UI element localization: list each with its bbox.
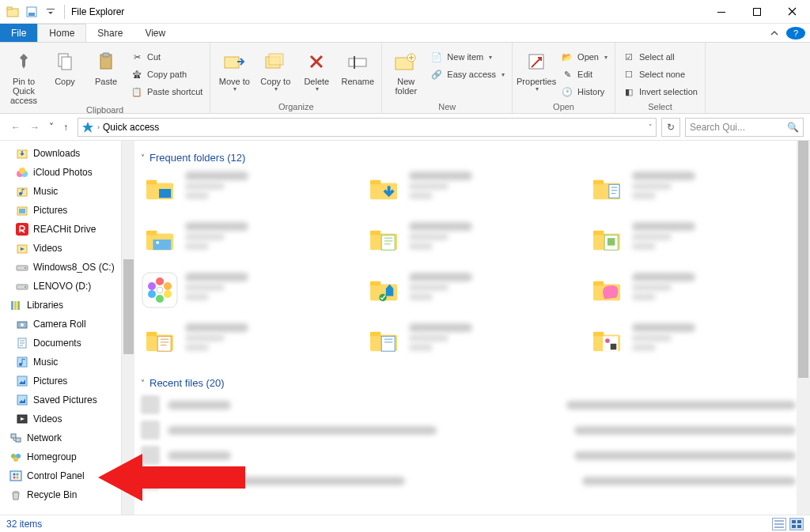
sidebar-item-videos[interactable]: Videos [6, 239, 134, 258]
easy-access-button[interactable]: 🔗Easy access [428, 66, 507, 82]
recent-file-row[interactable] [141, 446, 796, 465]
reachit-icon [16, 223, 28, 236]
frequent-folder-tile[interactable] [588, 221, 796, 265]
sidebar-item-music[interactable]: Music [6, 353, 134, 372]
tab-view[interactable]: View [134, 24, 176, 42]
search-input[interactable]: Search Qui... 🔍 [685, 118, 804, 137]
recent-files-header[interactable]: ˅ Recent files (20) [141, 377, 796, 389]
paste-button[interactable]: Paste [87, 47, 125, 86]
frequent-folder-tile[interactable] [141, 170, 349, 214]
invert-selection-button[interactable]: ◧Invert selection [620, 84, 700, 100]
sidebar-item-control-panel[interactable]: Control Panel [6, 466, 134, 485]
sidebar-item-music[interactable]: Music [6, 182, 134, 201]
sidebar-item-homegroup[interactable]: Homegroup [6, 447, 134, 466]
sidebar-item-network[interactable]: Network [6, 428, 134, 447]
nav-up-button[interactable]: ↑ [63, 122, 68, 133]
svg-point-22 [19, 168, 25, 174]
frequent-folder-tile[interactable] [588, 322, 796, 366]
frequent-folder-tile[interactable] [365, 322, 573, 366]
recent-file-row[interactable] [141, 471, 796, 490]
qat-dropdown-icon[interactable] [42, 3, 59, 21]
copy-path-button[interactable]: 🛣Copy path [128, 66, 205, 82]
svg-rect-1 [7, 7, 12, 9]
copy-button[interactable]: Copy [46, 47, 84, 86]
details-view-button[interactable] [772, 518, 786, 530]
frequent-folder-tile[interactable] [588, 271, 796, 315]
open-button[interactable]: 📂Open [558, 49, 610, 65]
svg-rect-6 [753, 8, 760, 15]
frequent-folder-tile[interactable] [365, 170, 573, 214]
rename-button[interactable]: Rename [339, 47, 377, 86]
pin-to-quick-access-button[interactable]: Pin to Quick access [5, 47, 43, 105]
sidebar-item-windows8-os-c-[interactable]: Windows8_OS (C:) [6, 258, 134, 277]
frequent-folder-tile[interactable] [141, 271, 349, 315]
folder-icon [141, 322, 179, 360]
sidebar-item-saved-pictures[interactable]: Saved Pictures [6, 391, 134, 409]
folder-icon [365, 322, 403, 360]
close-button[interactable] [774, 0, 810, 24]
svg-rect-27 [16, 223, 28, 236]
sidebar-item-videos[interactable]: Videos [6, 409, 134, 428]
sidebar-item-lenovo-d-[interactable]: LENOVO (D:) [6, 277, 134, 296]
svg-point-53 [17, 477, 19, 479]
nav-back-button[interactable]: ← [11, 122, 21, 133]
paste-shortcut-button[interactable]: 📋Paste shortcut [128, 84, 205, 100]
select-all-button[interactable]: ☑Select all [620, 49, 700, 65]
sidebar-item-pictures[interactable]: Pictures [6, 372, 134, 391]
sidebar-item-label: Homegroup [27, 451, 77, 462]
app-icon [4, 3, 21, 21]
recent-file-row[interactable] [141, 395, 796, 414]
frequent-folder-tile[interactable] [588, 170, 796, 214]
copy-to-button[interactable]: Copy to [256, 47, 294, 93]
svg-rect-14 [349, 58, 366, 66]
maximize-button[interactable] [739, 0, 774, 24]
tab-home[interactable]: Home [37, 24, 86, 42]
qat-save-icon[interactable] [23, 3, 40, 21]
new-item-button[interactable]: 📄New item [428, 49, 507, 65]
sidebar-item-camera-roll[interactable]: Camera Roll [6, 315, 134, 334]
move-to-button[interactable]: Move to [215, 47, 253, 93]
sidebar-item-label: Downloads [33, 148, 80, 159]
music-lib-icon [16, 356, 28, 368]
sidebar-item-libraries[interactable]: Libraries [6, 296, 134, 315]
svg-point-78 [164, 290, 172, 298]
frequent-folders-header[interactable]: ˅ Frequent folders (12) [141, 152, 796, 164]
new-folder-button[interactable]: New folder [387, 47, 425, 96]
svg-rect-45 [16, 438, 21, 442]
recent-file-row[interactable] [141, 421, 796, 440]
frequent-folder-tile[interactable] [365, 221, 573, 265]
window-title: File Explorer [71, 6, 124, 17]
svg-rect-100 [792, 525, 796, 528]
sidebar-item-downloads[interactable]: Downloads [6, 144, 134, 163]
cut-button[interactable]: ✂Cut [128, 49, 205, 65]
delete-button[interactable]: Delete [297, 47, 335, 93]
tab-share[interactable]: Share [86, 24, 134, 42]
sidebar-item-recycle-bin[interactable]: Recycle Bin [6, 485, 134, 504]
sidebar-item-pictures[interactable]: Pictures [6, 201, 134, 220]
file-icon [141, 421, 160, 440]
address-bar[interactable]: › Quick access ˅ [78, 118, 657, 137]
minimize-button[interactable] [703, 0, 739, 24]
frequent-folder-tile[interactable] [141, 322, 349, 366]
large-icons-view-button[interactable] [789, 518, 804, 530]
svg-point-48 [13, 457, 18, 462]
tab-file[interactable]: File [0, 24, 37, 42]
content-scrollbar[interactable] [797, 141, 810, 515]
help-button[interactable]: ? [786, 27, 805, 40]
address-dropdown-icon[interactable]: ˅ [649, 123, 653, 131]
select-none-button[interactable]: ☐Select none [620, 66, 700, 82]
history-button[interactable]: 🕑History [558, 84, 610, 100]
sidebar-scrollbar[interactable] [121, 141, 134, 515]
nav-recent-dropdown[interactable]: ˅ [49, 122, 54, 133]
frequent-folder-tile[interactable] [365, 271, 573, 315]
refresh-button[interactable]: ↻ [661, 118, 680, 137]
frequent-folder-tile[interactable] [141, 221, 349, 265]
nav-forward-button[interactable]: → [30, 122, 40, 133]
properties-button[interactable]: Properties [517, 47, 555, 93]
edit-button[interactable]: ✎Edit [558, 66, 610, 82]
sidebar-item-reachit-drive[interactable]: REACHit Drive [6, 220, 134, 239]
collapse-ribbon-button[interactable] [763, 24, 786, 42]
sidebar-item-documents[interactable]: Documents [6, 334, 134, 353]
ribbon: Pin to Quick access Copy Paste ✂Cut 🛣Cop… [0, 43, 810, 114]
sidebar-item-icloud-photos[interactable]: iCloud Photos [6, 163, 134, 182]
